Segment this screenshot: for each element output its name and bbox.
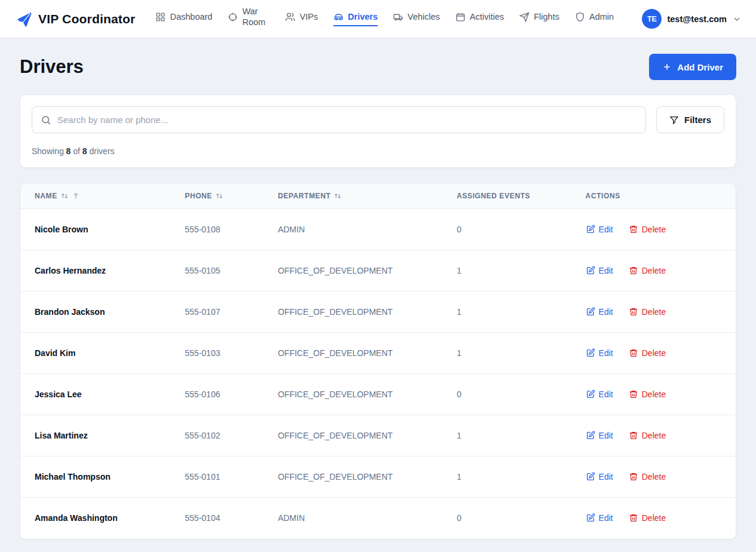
drivers-table-card: NAME PHONE DEPARTMENT: [20, 183, 736, 539]
nav-item-vehicles[interactable]: Vehicles: [393, 12, 440, 26]
nav-item-drivers[interactable]: Drivers: [333, 12, 378, 26]
driver-phone: 555-0108: [185, 209, 278, 250]
nav-item-admin[interactable]: Admin: [575, 12, 614, 26]
activities-icon: [455, 12, 466, 22]
driver-assigned-events: 1: [457, 456, 585, 498]
driver-department: OFFICE_OF_DEVELOPMENT: [278, 374, 457, 415]
column-label: ACTIONS: [586, 192, 620, 200]
filters-label: Filters: [684, 115, 711, 125]
add-driver-label: Add Driver: [677, 62, 723, 72]
delete-button[interactable]: Delete: [629, 266, 666, 275]
search-row: Filters: [32, 106, 724, 133]
edit-button[interactable]: Edit: [586, 513, 613, 523]
edit-button[interactable]: Edit: [586, 390, 613, 399]
driver-assigned-events: 1: [457, 250, 585, 292]
vips-icon: [285, 12, 295, 22]
column-header-phone[interactable]: PHONE: [185, 183, 278, 209]
driver-actions: Edit Delete: [586, 333, 736, 374]
edit-button[interactable]: Edit: [586, 266, 613, 275]
table-row: Jessica Lee 555-0106 OFFICE_OF_DEVELOPME…: [20, 374, 736, 415]
sort-updown-icon: [333, 192, 342, 200]
filters-button[interactable]: Filters: [656, 106, 724, 133]
driver-actions: Edit Delete: [586, 374, 736, 415]
flights-icon: [519, 12, 529, 22]
vehicles-icon: [393, 12, 403, 22]
nav-item-activities[interactable]: Activities: [455, 12, 504, 26]
driver-actions: Edit Delete: [586, 250, 736, 292]
driver-actions: Edit Delete: [586, 498, 736, 539]
driver-actions: Edit Delete: [586, 209, 736, 250]
table-header-row: NAME PHONE DEPARTMENT: [20, 183, 736, 209]
column-label: ASSIGNED EVENTS: [457, 192, 530, 200]
edit-button[interactable]: Edit: [586, 225, 613, 234]
delete-button[interactable]: Delete: [629, 472, 666, 482]
column-label: PHONE: [185, 192, 212, 200]
nav-label: Drivers: [348, 12, 378, 22]
table-row: Amanda Washington 555-0104 ADMIN 0 Edit …: [20, 498, 736, 539]
drivers-table: NAME PHONE DEPARTMENT: [20, 183, 736, 539]
plus-icon: [662, 62, 672, 72]
nav-label: Flights: [534, 12, 559, 22]
trash-icon: [629, 266, 638, 275]
search-input-wrap: [32, 106, 646, 133]
nav-item-flights[interactable]: Flights: [519, 12, 559, 26]
driver-name: Amanda Washington: [20, 498, 185, 539]
add-driver-button[interactable]: Add Driver: [649, 54, 736, 80]
delete-button[interactable]: Delete: [629, 390, 666, 399]
driver-phone: 555-0101: [185, 456, 278, 498]
driver-department: OFFICE_OF_DEVELOPMENT: [278, 415, 457, 456]
edit-button[interactable]: Edit: [586, 431, 613, 440]
brand-title: VIP Coordinator: [38, 12, 135, 26]
war-room-icon: [228, 12, 238, 22]
sort-updown-icon: [60, 192, 69, 200]
delete-button[interactable]: Delete: [629, 513, 666, 523]
driver-actions: Edit Delete: [586, 456, 736, 498]
delete-button[interactable]: Delete: [629, 307, 666, 317]
nav-label: Activities: [470, 12, 504, 22]
column-header-name[interactable]: NAME: [20, 183, 185, 209]
driver-department: OFFICE_OF_DEVELOPMENT: [278, 333, 457, 374]
user-menu[interactable]: TE test@test.com: [638, 9, 742, 29]
dashboard-icon: [155, 12, 166, 22]
trash-icon: [629, 513, 638, 523]
nav-item-dashboard[interactable]: Dashboard: [155, 12, 212, 26]
driver-phone: 555-0105: [185, 250, 278, 292]
edit-button[interactable]: Edit: [586, 472, 613, 482]
driver-name: Brandon Jackson: [20, 292, 185, 333]
summary-suffix: drivers: [90, 146, 115, 156]
driver-name: David Kim: [20, 333, 185, 374]
summary-middle: of: [73, 146, 80, 156]
column-header-actions: ACTIONS: [586, 183, 736, 209]
page-head: Drivers Add Driver: [20, 54, 736, 80]
table-row: Lisa Martinez 555-0102 OFFICE_OF_DEVELOP…: [20, 415, 736, 456]
search-icon: [41, 115, 51, 125]
edit-icon: [586, 390, 595, 399]
delete-button[interactable]: Delete: [629, 348, 666, 358]
delete-button[interactable]: Delete: [629, 431, 666, 440]
nav-item-war-room[interactable]: War Room: [228, 6, 270, 32]
table-row: David Kim 555-0103 OFFICE_OF_DEVELOPMENT…: [20, 333, 736, 374]
driver-department: OFFICE_OF_DEVELOPMENT: [278, 250, 457, 292]
sort-updown-icon: [215, 192, 224, 200]
driver-name: Lisa Martinez: [20, 415, 185, 456]
edit-button[interactable]: Edit: [586, 348, 613, 358]
table-body: Nicole Brown 555-0108 ADMIN 0 Edit Delet…: [20, 209, 736, 539]
driver-phone: 555-0102: [185, 415, 278, 456]
driver-assigned-events: 0: [457, 498, 585, 539]
main-content: Drivers Add Driver Filters Showing 8 of …: [0, 38, 756, 552]
user-email: test@test.com: [667, 14, 727, 24]
nav-item-vips[interactable]: VIPs: [285, 12, 318, 26]
column-header-department[interactable]: DEPARTMENT: [278, 183, 457, 209]
column-header-assigned-events: ASSIGNED EVENTS: [457, 183, 585, 209]
edit-icon: [586, 225, 595, 234]
driver-department: OFFICE_OF_DEVELOPMENT: [278, 292, 457, 333]
app-logo-icon: [14, 10, 32, 28]
avatar[interactable]: TE: [642, 9, 662, 29]
search-input[interactable]: [57, 115, 637, 125]
trash-icon: [629, 225, 638, 234]
summary-total-count: 8: [82, 146, 87, 156]
search-card: Filters Showing 8 of 8 drivers: [20, 94, 736, 168]
driver-department: ADMIN: [278, 209, 457, 250]
edit-button[interactable]: Edit: [586, 307, 613, 317]
delete-button[interactable]: Delete: [629, 225, 666, 234]
